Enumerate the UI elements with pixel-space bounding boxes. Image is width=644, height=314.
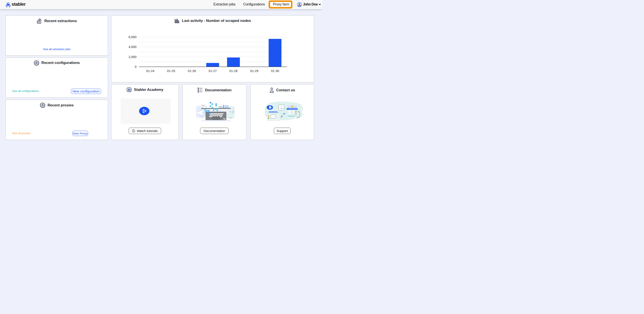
svg-text:01-24: 01-24 bbox=[146, 69, 154, 73]
svg-text:4,000: 4,000 bbox=[128, 45, 136, 48]
svg-text:01-28: 01-28 bbox=[229, 69, 237, 73]
svg-text:0: 0 bbox=[134, 65, 136, 68]
svg-text:01-30: 01-30 bbox=[271, 69, 279, 73]
svg-text:6,000: 6,000 bbox=[128, 35, 136, 39]
svg-text:01-26: 01-26 bbox=[188, 69, 196, 73]
svg-text:01-25: 01-25 bbox=[167, 69, 175, 73]
svg-text:2,000: 2,000 bbox=[128, 55, 136, 59]
svg-text:01-29: 01-29 bbox=[250, 69, 258, 73]
svg-text:01-27: 01-27 bbox=[208, 69, 216, 73]
